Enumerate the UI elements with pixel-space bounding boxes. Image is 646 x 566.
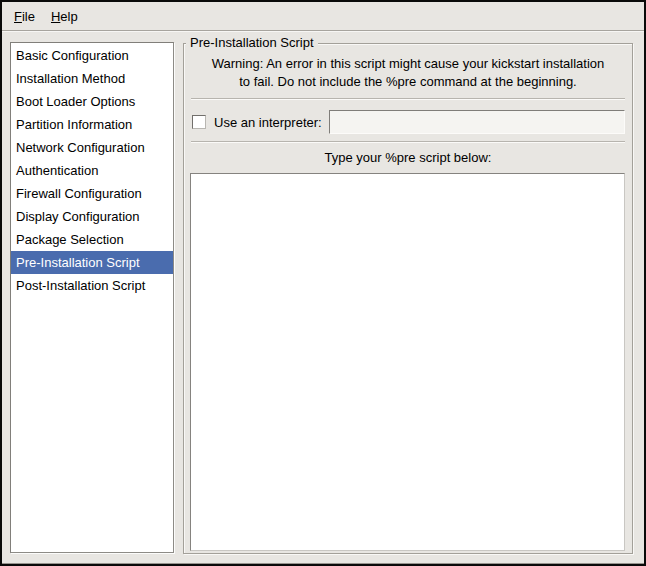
pre-script-textarea[interactable]	[190, 173, 625, 551]
use-interpreter-label[interactable]: Use an interpreter:	[214, 115, 322, 130]
sidebar-item-post-installation-script[interactable]: Post-Installation Script	[11, 274, 173, 297]
menu-file-accel: F	[14, 9, 22, 24]
separator-bottom	[191, 141, 625, 143]
kickstart-configurator-window: File Help Basic Configuration Installati…	[0, 0, 646, 566]
sidebar-item-installation-method[interactable]: Installation Method	[11, 67, 173, 90]
sidebar-item-pre-installation-script[interactable]: Pre-Installation Script	[11, 251, 173, 274]
warning-line-1: Warning: An error in this script might c…	[184, 55, 632, 73]
sidebar-item-boot-loader-options[interactable]: Boot Loader Options	[11, 90, 173, 113]
menu-bar: File Help	[2, 2, 644, 31]
config-section-list: Basic Configuration Installation Method …	[10, 42, 174, 553]
interpreter-input[interactable]	[329, 110, 625, 134]
frame-title: Pre-Installation Script	[186, 35, 318, 51]
sidebar-item-package-selection[interactable]: Package Selection	[11, 228, 173, 251]
separator-top	[191, 98, 625, 100]
sidebar-item-display-configuration[interactable]: Display Configuration	[11, 205, 173, 228]
menu-help-accel: H	[51, 9, 60, 24]
use-interpreter-checkbox[interactable]	[192, 115, 206, 129]
warning-text: Warning: An error in this script might c…	[184, 55, 632, 91]
pre-installation-script-frame: Pre-Installation Script Warning: An erro…	[183, 43, 633, 554]
sidebar-item-partition-information[interactable]: Partition Information	[11, 113, 173, 136]
sidebar-item-basic-configuration[interactable]: Basic Configuration	[11, 44, 173, 67]
menu-file[interactable]: File	[6, 4, 43, 29]
script-instruction-label: Type your %pre script below:	[184, 150, 632, 165]
sidebar-item-network-configuration[interactable]: Network Configuration	[11, 136, 173, 159]
sidebar-item-authentication[interactable]: Authentication	[11, 159, 173, 182]
menu-help-rest: elp	[60, 9, 77, 24]
warning-line-2: to fail. Do not include the %pre command…	[184, 73, 632, 91]
sidebar-item-firewall-configuration[interactable]: Firewall Configuration	[11, 182, 173, 205]
interpreter-row: Use an interpreter:	[192, 107, 625, 137]
menu-help[interactable]: Help	[43, 4, 86, 29]
menu-file-rest: ile	[22, 9, 35, 24]
